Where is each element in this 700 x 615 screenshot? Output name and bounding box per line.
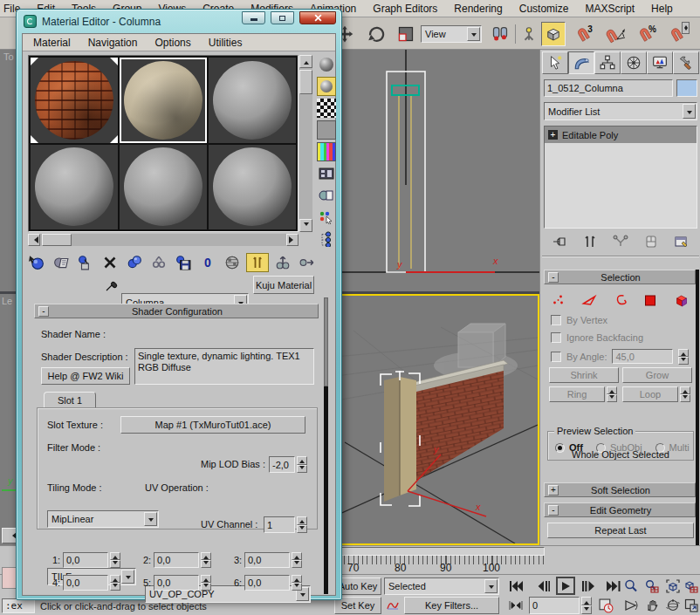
zoom-button[interactable] <box>621 577 641 595</box>
modifier-stack[interactable]: + Editable Poly <box>544 126 697 229</box>
tab-modify[interactable] <box>568 51 594 74</box>
timeline-strip[interactable] <box>330 547 545 556</box>
arc-rotate-button[interactable] <box>663 597 683 614</box>
close-button[interactable] <box>299 11 336 24</box>
use-pivot-point-button[interactable] <box>489 23 511 45</box>
menu-maxscript[interactable]: MAXScript <box>585 3 635 15</box>
border-subobject-icon[interactable] <box>614 293 628 307</box>
by-angle-field[interactable]: 45,0 <box>612 349 673 364</box>
tab-display[interactable] <box>647 51 673 74</box>
collapse-box[interactable]: - <box>38 306 49 317</box>
pan-button[interactable] <box>642 597 662 614</box>
menu-options[interactable]: Options <box>154 37 190 49</box>
dropdown-arrow-icon[interactable] <box>467 27 480 41</box>
uv-arg-5-spinner[interactable] <box>201 575 211 591</box>
soft-selection-rollout-header[interactable]: + Soft Selection <box>544 482 696 497</box>
zoom-all-button[interactable] <box>642 577 662 595</box>
uv-arg-2-spinner[interactable] <box>201 552 211 568</box>
go-to-start-button[interactable] <box>504 577 527 595</box>
element-subobject-icon[interactable] <box>674 293 690 307</box>
put-material-to-scene-button[interactable] <box>51 253 72 272</box>
video-color-check-button[interactable] <box>317 142 336 161</box>
uv-arg-3-field[interactable]: 0,0 <box>244 552 290 568</box>
loop-button[interactable]: Loop <box>622 386 678 402</box>
dropdown-arrow-icon[interactable] <box>484 579 498 593</box>
ring-spinner[interactable] <box>607 386 617 402</box>
object-color-swatch[interactable] <box>676 79 697 97</box>
show-end-result-button[interactable] <box>246 253 269 272</box>
slot-texture-button[interactable]: Map #1 (TxMuroTut01.ace) <box>120 416 305 434</box>
make-preview-button[interactable] <box>317 164 336 183</box>
collapse-box[interactable]: - <box>548 272 559 283</box>
spinner-snap-button[interactable] <box>663 22 690 46</box>
slots-vscrollbar[interactable] <box>299 55 312 232</box>
edit-geometry-rollout-header[interactable]: - Edit Geometry <box>544 502 696 517</box>
go-forward-to-sibling-button[interactable] <box>297 253 318 272</box>
maximize-button[interactable] <box>271 11 294 24</box>
make-unique-icon[interactable] <box>613 235 628 249</box>
scroll-up-button[interactable] <box>299 55 312 68</box>
ignore-backfacing-checkbox[interactable] <box>551 332 561 343</box>
make-unique-button[interactable] <box>148 253 169 272</box>
snaps-toggle-button[interactable] <box>541 22 566 46</box>
sample-slot-1[interactable] <box>31 58 118 143</box>
scroll-left-button[interactable] <box>28 234 40 246</box>
select-and-scale-button[interactable] <box>395 23 417 45</box>
zoom-extents-button[interactable] <box>663 577 683 595</box>
polygon-subobject-icon[interactable] <box>643 293 658 307</box>
field-of-view-button[interactable] <box>621 597 641 614</box>
pick-material-from-object-button[interactable] <box>103 277 120 294</box>
hscroll-thumb[interactable] <box>42 234 72 246</box>
material-editor-titlebar[interactable]: Material Editor - Columna <box>17 10 341 33</box>
expand-box[interactable]: + <box>548 485 559 495</box>
uv-arg-3-spinner[interactable] <box>292 552 302 568</box>
menu-navigation[interactable]: Navigation <box>88 37 138 49</box>
command-panel-scrollbar[interactable] <box>696 270 699 573</box>
next-frame-button[interactable] <box>578 577 599 595</box>
slot1-tab[interactable]: Slot 1 <box>44 392 96 408</box>
uv-arg-1-field[interactable]: 0,0 <box>63 552 108 568</box>
material-id-channel-button[interactable]: 0 <box>197 253 218 272</box>
uv-arg-6-field[interactable]: 0,0 <box>244 575 290 591</box>
filter-mode-dropdown[interactable]: MipLinear <box>47 510 159 528</box>
zoom-extents-all-button[interactable] <box>683 577 700 595</box>
slots-hscrollbar[interactable] <box>28 234 299 246</box>
select-and-rotate-button[interactable] <box>365 23 388 45</box>
ring-button[interactable]: Ring <box>549 386 605 402</box>
key-filter-set-dropdown[interactable]: Selected <box>384 577 499 595</box>
scroll-down-button[interactable] <box>299 219 312 232</box>
uv-arg-5-field[interactable]: 0,0 <box>154 575 199 591</box>
percent-snap-button[interactable]: % <box>634 22 660 46</box>
snap-toggle-button[interactable]: 3 <box>571 22 597 46</box>
tab-hierarchy[interactable] <box>594 51 621 74</box>
remove-modifier-icon[interactable] <box>645 235 657 249</box>
sample-slot-2-active[interactable] <box>120 58 207 143</box>
material-type-button[interactable]: Kuju Material <box>253 276 314 294</box>
show-map-in-viewport-button[interactable] <box>222 253 243 272</box>
material-editor-options-button[interactable] <box>317 186 336 205</box>
play-button[interactable] <box>556 577 575 595</box>
uv-arg-4-field[interactable]: 0,0 <box>63 575 108 591</box>
set-key-mode-button[interactable] <box>384 597 401 614</box>
pin-stack-icon[interactable] <box>552 235 567 249</box>
vscroll-thumb[interactable] <box>299 70 312 94</box>
previous-frame-button[interactable] <box>532 577 553 595</box>
shader-configuration-header[interactable]: - Shader Configuration <box>34 304 319 318</box>
mip-lod-bias-spinner[interactable] <box>297 456 307 473</box>
reference-coordinate-dropdown[interactable]: View <box>421 25 482 43</box>
menu-material[interactable]: Material <box>33 37 71 49</box>
assign-material-to-selection-button[interactable] <box>75 253 96 272</box>
select-by-material-button[interactable] <box>317 208 336 227</box>
menu-utilities[interactable]: Utilities <box>209 37 243 49</box>
dropdown-arrow-icon[interactable] <box>144 512 157 526</box>
front-viewport[interactable]: y x <box>334 50 539 291</box>
select-and-manipulate-button[interactable] <box>518 23 539 45</box>
sample-slot-4[interactable] <box>31 145 118 230</box>
by-angle-spinner[interactable] <box>678 349 689 364</box>
sample-slot-3[interactable] <box>209 58 296 143</box>
vertex-subobject-icon[interactable] <box>551 293 566 307</box>
background-button[interactable] <box>317 99 336 118</box>
tab-motion[interactable] <box>621 51 647 74</box>
help-fw2-wiki-button[interactable]: Help @ FW2 Wiki <box>41 367 130 385</box>
shrink-button[interactable]: Shrink <box>549 367 619 383</box>
